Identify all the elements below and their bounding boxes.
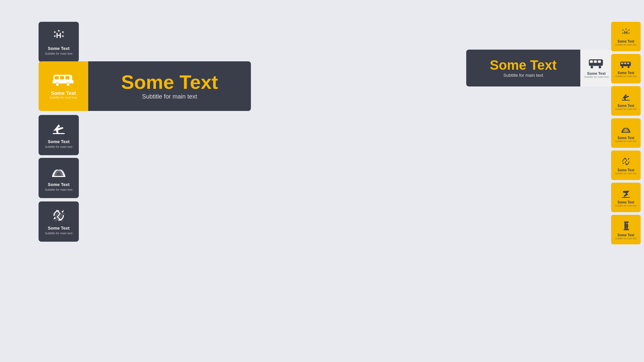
svg-text:★: ★ xyxy=(61,30,64,34)
svg-rect-19 xyxy=(590,60,593,63)
left-card-travel[interactable]: Some Text Subtitle for main text xyxy=(39,201,79,242)
left-card-opera-subtitle: Subtitle for main text xyxy=(45,188,72,191)
left-card-travel-subtitle: Subtitle for main text xyxy=(45,232,72,235)
right-card-plane-title: Some Text xyxy=(618,104,634,108)
svg-marker-39 xyxy=(622,162,624,164)
svg-rect-11 xyxy=(71,80,73,83)
plane-icon xyxy=(51,122,67,138)
main-banner-left: Some Text Subtitle for main text Some Te… xyxy=(39,61,251,111)
bus-icon-right-col xyxy=(620,60,632,71)
main-banner-right-dark-panel: Some Text Subtitle for main text xyxy=(466,50,580,86)
opera-icon-right xyxy=(621,124,631,136)
right-card-tower[interactable]: Some Text Subtitle for main text xyxy=(611,215,641,244)
svg-rect-31 xyxy=(621,62,623,64)
left-card-hotel[interactable]: H ★ ★ ★ ★ ★ Some Text Subtitle for main … xyxy=(39,22,79,62)
svg-rect-7 xyxy=(55,76,59,79)
tower-icon-right xyxy=(621,220,631,233)
svg-point-23 xyxy=(599,66,601,68)
right-card-plane2-title: Some Text xyxy=(618,200,634,204)
svg-point-34 xyxy=(622,66,624,68)
svg-rect-37 xyxy=(622,132,631,133)
opera-icon xyxy=(51,165,67,181)
svg-point-22 xyxy=(591,66,593,68)
main-banner-right-card-title: Some Text xyxy=(587,71,606,75)
main-banner-right-card-subtitle: Subtitle for main text xyxy=(584,75,609,78)
right-card-bus-title: Some Text xyxy=(618,71,634,75)
plane2-icon-right xyxy=(621,188,631,200)
main-banner-left-card-title: Some Text xyxy=(51,90,76,96)
svg-text:★: ★ xyxy=(628,29,630,31)
left-card-plane-title: Some Text xyxy=(48,139,70,144)
svg-point-13 xyxy=(66,83,70,86)
svg-text:H: H xyxy=(624,30,628,35)
right-card-opera-title: Some Text xyxy=(618,136,634,140)
right-card-tower-subtitle: Subtitle for main text xyxy=(615,237,637,240)
svg-text:★: ★ xyxy=(57,29,60,33)
svg-rect-15 xyxy=(52,176,65,177)
main-banner-left-title: Some Text xyxy=(121,72,218,92)
svg-rect-14 xyxy=(53,133,65,134)
svg-text:★: ★ xyxy=(53,34,56,38)
svg-rect-42 xyxy=(625,223,626,229)
hotel-icon-right: H ★ ★ ★ ★ ★ xyxy=(621,27,631,40)
svg-point-12 xyxy=(56,83,59,86)
right-card-hotel[interactable]: H ★ ★ ★ ★ ★ Some Text Subtitle for main … xyxy=(611,22,641,51)
right-card-opera[interactable]: Some Text Subtitle for main text xyxy=(611,118,641,148)
main-banner-left-yellow-card[interactable]: Some Text Subtitle for main text xyxy=(39,61,88,111)
left-card-opera-title: Some Text xyxy=(48,182,70,187)
left-card-plane[interactable]: Some Text Subtitle for main text xyxy=(39,115,79,155)
svg-rect-45 xyxy=(624,225,628,226)
left-card-opera[interactable]: Some Text Subtitle for main text xyxy=(39,158,79,198)
svg-rect-36 xyxy=(622,100,630,101)
svg-text:★: ★ xyxy=(61,34,64,38)
main-banner-left-dark-panel: Some Text Subtitle for main text xyxy=(88,61,251,111)
left-card-hotel-subtitle: Subtitle for main text xyxy=(45,52,72,55)
main-banner-right-white-card[interactable]: Some Text Subtitle for main text xyxy=(580,50,612,86)
main-banner-right-subtitle: Subtitle for main text xyxy=(503,73,543,78)
plane-icon-right xyxy=(621,92,631,104)
main-banner-left-subtitle: Subtitle for main text xyxy=(142,93,197,100)
hotel-icon: H ★ ★ ★ ★ ★ xyxy=(51,28,66,45)
right-card-plane2[interactable]: Some Text Subtitle for main text xyxy=(611,183,641,212)
left-card-travel-title: Some Text xyxy=(48,226,70,231)
travel-icon xyxy=(51,208,67,224)
right-card-tower-title: Some Text xyxy=(618,233,634,237)
svg-text:★: ★ xyxy=(53,30,56,34)
svg-text:★: ★ xyxy=(625,28,627,30)
svg-rect-41 xyxy=(624,221,629,223)
bus-icon-right xyxy=(588,58,604,70)
main-banner-right: Some Text Subtitle for main text Some Te… xyxy=(466,50,612,86)
svg-rect-10 xyxy=(53,80,55,83)
main-banner-left-card-subtitle: Subtitle for main text xyxy=(50,96,77,99)
right-card-plane[interactable]: Some Text Subtitle for main text xyxy=(611,86,641,116)
left-card-plane-subtitle: Subtitle for main text xyxy=(45,145,72,148)
svg-rect-20 xyxy=(594,60,597,63)
travel-icon-right xyxy=(621,156,631,168)
right-card-bus[interactable]: Some Text Subtitle for main text xyxy=(611,54,641,83)
svg-text:★: ★ xyxy=(622,32,624,34)
svg-marker-38 xyxy=(628,158,629,160)
right-card-bus-subtitle: Subtitle for main text xyxy=(615,75,637,77)
svg-rect-21 xyxy=(598,60,601,63)
right-card-travel-title: Some Text xyxy=(618,168,634,172)
svg-rect-33 xyxy=(627,62,629,64)
svg-rect-46 xyxy=(624,226,628,227)
svg-marker-16 xyxy=(61,210,64,213)
svg-rect-8 xyxy=(60,76,64,79)
bus-icon-large xyxy=(53,73,74,88)
right-card-travel-subtitle: Subtitle for main text xyxy=(615,172,637,175)
main-banner-right-title: Some Text xyxy=(490,58,556,72)
svg-rect-40 xyxy=(622,197,630,198)
svg-rect-43 xyxy=(626,223,628,229)
right-card-plane2-subtitle: Subtitle for main text xyxy=(615,204,637,207)
svg-rect-9 xyxy=(65,76,69,79)
right-card-opera-subtitle: Subtitle for main text xyxy=(615,140,637,142)
right-card-hotel-title: Some Text xyxy=(618,40,634,44)
right-card-plane-subtitle: Subtitle for main text xyxy=(615,108,637,110)
right-card-travel[interactable]: Some Text Subtitle for main text xyxy=(611,150,641,180)
svg-text:★: ★ xyxy=(622,29,624,31)
svg-point-35 xyxy=(628,66,630,68)
svg-text:★: ★ xyxy=(628,32,630,34)
left-card-hotel-title: Some Text xyxy=(48,46,70,51)
svg-rect-32 xyxy=(624,62,626,64)
